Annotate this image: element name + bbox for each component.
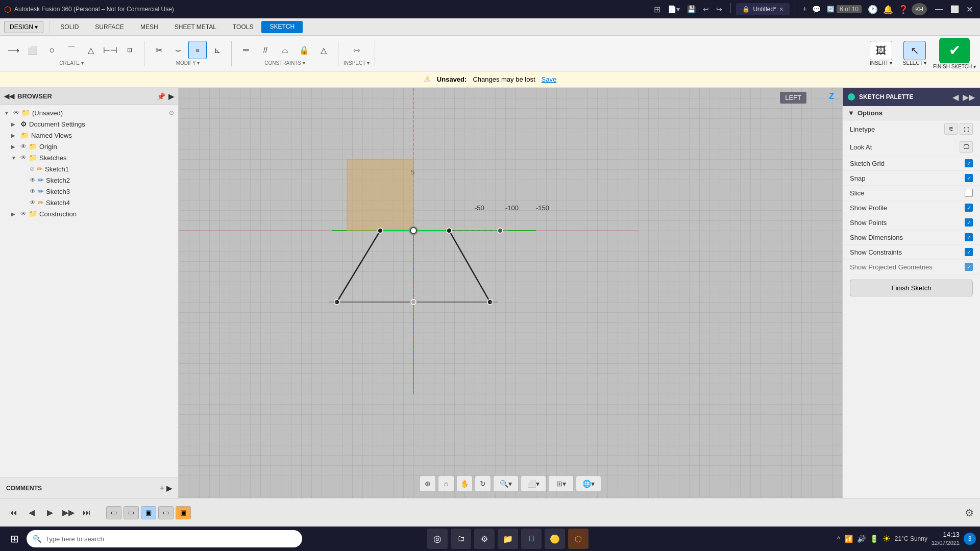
environment-btn[interactable]: 🌐▾	[576, 475, 601, 492]
save-action-btn[interactable]: Save	[542, 76, 557, 83]
insert-btn[interactable]: 🖼 INSERT ▾	[866, 41, 896, 66]
tab-tools[interactable]: TOOLS	[225, 21, 261, 33]
playback-skip-start[interactable]: ⏮	[6, 506, 20, 520]
grid-btn[interactable]: ⊞▾	[548, 475, 574, 492]
fillet-tool[interactable]: ⌣	[169, 41, 187, 59]
save-btn[interactable]: 💾	[684, 3, 699, 15]
playback-play[interactable]: ▶	[43, 506, 57, 520]
show-dimensions-checkbox[interactable]: ✓	[965, 233, 973, 241]
tab-solid[interactable]: SOLID	[52, 21, 87, 33]
hatch-tool[interactable]: ≡	[188, 41, 207, 59]
bell-icon[interactable]: 🔔	[881, 3, 895, 15]
close-btn[interactable]: ✕	[963, 3, 976, 15]
tab-sheet-metal[interactable]: SHEET METAL	[166, 21, 225, 33]
taskbar-app-browser[interactable]: 🖥	[521, 529, 542, 549]
tab-sketch[interactable]: SKETCH	[261, 21, 303, 33]
snap-checkbox[interactable]: ✓	[965, 174, 973, 182]
taskbar-app-fusion[interactable]: ⬡	[568, 529, 589, 549]
nav-grid-btn[interactable]: ⊞	[651, 3, 664, 15]
taskbar-app-chrome[interactable]: 🟡	[545, 529, 565, 549]
look-at-btn[interactable]: 🖵	[960, 141, 973, 153]
tree-item-named-views[interactable]: ▶ 📁 Named Views	[0, 130, 178, 141]
point-tool[interactable]: ⊡	[120, 41, 139, 59]
chat-btn[interactable]: 💬	[810, 3, 823, 15]
system-clock[interactable]: 14:13 12/07/2021	[932, 530, 960, 547]
tray-battery[interactable]: 🔋	[870, 535, 878, 543]
taskbar-app-cortana[interactable]: ◎	[427, 529, 448, 549]
undo-btn[interactable]: ↩	[700, 3, 712, 15]
minimize-btn[interactable]: —	[932, 3, 946, 15]
tree-item-doc-settings[interactable]: ▶ ⚙ Document Settings	[0, 118, 178, 130]
finish-sketch-btn[interactable]: ✔ FINISH SKETCH ▾	[933, 38, 976, 69]
tab-mesh[interactable]: MESH	[132, 21, 166, 33]
pan-tool[interactable]: ✋	[456, 475, 473, 492]
home-tool[interactable]: ⌂	[438, 475, 454, 492]
measure-tool[interactable]: ⇿	[347, 41, 365, 59]
taskbar-app-files[interactable]: 🗂	[451, 529, 471, 549]
comments-add-btn[interactable]: +	[160, 484, 164, 493]
trim-tool[interactable]: ✂	[150, 41, 168, 59]
tree-item-construction[interactable]: ▶ 👁 📁 Construction	[0, 208, 178, 219]
dimension-tool[interactable]: ⊢⊣	[101, 41, 119, 59]
file-tab-close[interactable]: ×	[779, 5, 783, 13]
collinear-tool[interactable]: //	[256, 41, 275, 59]
symmetry-tool[interactable]: △	[314, 41, 333, 59]
offset-tool[interactable]: ⊾	[208, 41, 226, 59]
playback-prev[interactable]: ◀	[24, 506, 39, 520]
linetype-btn2[interactable]: ⬚	[960, 123, 973, 135]
timeline-icon-5[interactable]: ▣	[176, 506, 191, 519]
tree-item-sketch3[interactable]: 👁 ✏ Sketch3	[0, 186, 178, 197]
circle-tool[interactable]: ○	[43, 41, 61, 59]
comments-collapse-icon[interactable]: ▶	[166, 484, 172, 492]
taskbar-app-settings[interactable]: ⚙	[474, 529, 495, 549]
show-points-checkbox[interactable]: ✓	[965, 218, 973, 227]
line-tool[interactable]: ⟶	[4, 41, 22, 59]
tangent-tool[interactable]: ⌓	[276, 41, 294, 59]
redo-btn[interactable]: ↪	[713, 3, 725, 15]
zoom-tool[interactable]: 🔍▾	[493, 475, 519, 492]
timeline-icon-3[interactable]: ▣	[141, 506, 156, 519]
timeline-settings-btn[interactable]: ⚙	[965, 507, 974, 519]
linetype-btn[interactable]: ⚟	[944, 123, 958, 135]
playback-next[interactable]: ▶▶	[61, 506, 76, 520]
tab-surface[interactable]: SURFACE	[87, 21, 132, 33]
timeline-icon-1[interactable]: ▭	[106, 506, 121, 519]
tree-item-unsaved[interactable]: ▼ 👁 📁 (Unsaved) ⊙	[0, 107, 178, 118]
tree-item-origin[interactable]: ▶ 👁 📁 Origin	[0, 141, 178, 152]
user-avatar[interactable]: KH	[912, 3, 927, 15]
taskbar-app-explorer[interactable]: 📁	[498, 529, 518, 549]
coincident-tool[interactable]: ═	[237, 41, 255, 59]
browser-arrow-icon[interactable]: ▶	[168, 92, 174, 101]
arc-tool[interactable]: ⌒	[62, 41, 81, 59]
search-bar[interactable]: 🔍 Type here to search	[27, 530, 302, 547]
browser-collapse-arrows[interactable]: ◀◀	[4, 92, 14, 100]
file-btn[interactable]: 📄▾	[665, 3, 683, 15]
rectangle-tool[interactable]: ⬜	[23, 41, 42, 59]
help-btn[interactable]: ❓	[896, 3, 911, 15]
finish-sketch-palette-btn[interactable]: Finish Sketch	[850, 280, 973, 296]
polygon-tool[interactable]: △	[82, 41, 100, 59]
tree-item-sketches[interactable]: ▼ 👁 📁 Sketches	[0, 152, 178, 163]
plus-btn[interactable]: +	[800, 3, 809, 15]
lock-tool[interactable]: 🔒	[295, 41, 313, 59]
origin-tool[interactable]: ⊕	[420, 475, 436, 492]
playback-skip-end[interactable]: ⏭	[80, 506, 94, 520]
display-mode-btn[interactable]: ⬜▾	[521, 475, 546, 492]
start-button[interactable]: ⊞	[4, 529, 24, 549]
maximize-btn[interactable]: ⬜	[947, 3, 962, 15]
notification-badge[interactable]: 3	[964, 533, 976, 545]
timeline-icon-4[interactable]: ▭	[158, 506, 174, 519]
canvas-area[interactable]: -50 -100 -150 5	[179, 88, 842, 498]
palette-options-header[interactable]: ▼ Options	[843, 106, 980, 120]
tray-volume[interactable]: 🔊	[857, 535, 866, 543]
tray-network[interactable]: 📶	[844, 535, 853, 543]
show-projected-checkbox[interactable]: ✓	[965, 263, 973, 271]
select-btn[interactable]: ↖ SELECT ▾	[899, 41, 930, 66]
clock-icon[interactable]: 🕐	[866, 3, 880, 15]
browser-pin-icon[interactable]: 📌	[157, 92, 165, 101]
timeline-icon-2[interactable]: ▭	[124, 506, 139, 519]
show-profile-checkbox[interactable]: ✓	[965, 204, 973, 212]
orbit-tool[interactable]: ↻	[475, 475, 491, 492]
palette-expand-right[interactable]: ▶▶	[963, 92, 975, 102]
tree-item-sketch4[interactable]: 👁 ✏ Sketch4	[0, 197, 178, 208]
